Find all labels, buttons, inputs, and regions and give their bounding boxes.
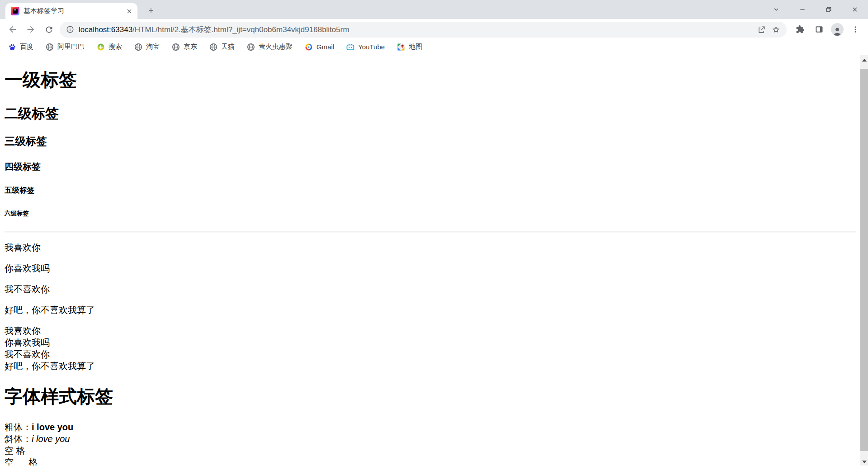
globe-icon <box>209 43 217 51</box>
heading-level-5: 五级标签 <box>5 185 856 195</box>
br-line: 好吧，你不喜欢我算了 <box>5 361 95 371</box>
bookmark-star-icon[interactable] <box>769 22 783 37</box>
font-style-section-title: 字体样式标签 <box>5 384 856 409</box>
url-text[interactable]: localhost:63343/HTML/html/2.基本标签.html?_i… <box>79 24 754 35</box>
bookmark-label: 淘宝 <box>146 43 160 51</box>
intellij-favicon-icon <box>11 7 19 15</box>
bookmarks-bar: 百度 阿里巴巴 搜索 淘宝 京东 天猫 萤火虫惠聚 <box>0 40 868 55</box>
scroll-down-arrow-icon[interactable] <box>860 458 868 466</box>
bookmark-label: 萤火虫惠聚 <box>259 43 292 51</box>
url-host: localhost:63343 <box>79 25 132 34</box>
bookmark-label: 京东 <box>184 43 197 51</box>
heading-level-6: 六级标签 <box>5 209 856 218</box>
bookmark-label: 百度 <box>20 43 33 51</box>
paragraph: 好吧，你不喜欢我算了 <box>5 304 856 316</box>
bookmark-label: 天猫 <box>221 43 235 51</box>
paragraph: 我不喜欢你 <box>5 283 856 295</box>
italic-text: i love you <box>32 434 70 444</box>
globe-icon <box>46 43 54 51</box>
bookmark-maps[interactable]: 地图 <box>395 41 424 52</box>
browser-toolbar: localhost:63343/HTML/html/2.基本标签.html?_i… <box>0 19 868 40</box>
heading-level-1: 一级标签 <box>5 67 856 92</box>
back-button[interactable] <box>4 20 22 38</box>
google-maps-icon <box>397 43 405 51</box>
bookmark-label: 地图 <box>409 43 422 51</box>
scrollbar-thumb[interactable] <box>860 69 868 451</box>
heading-level-3: 三级标签 <box>5 134 856 148</box>
scroll-up-arrow-icon[interactable] <box>860 56 868 64</box>
bookmark-tmall[interactable]: 天猫 <box>208 41 236 52</box>
extensions-puzzle-icon[interactable] <box>791 20 809 38</box>
br-line: 我喜欢你 <box>5 326 41 336</box>
bold-text: i love you <box>32 422 73 432</box>
web-page: 一级标签 二级标签 三级标签 四级标签 五级标签 六级标签 我喜欢你 你喜欢我吗… <box>0 55 860 466</box>
globe-icon <box>172 43 180 51</box>
bookmark-label: 阿里巴巴 <box>57 43 85 51</box>
close-window-button[interactable] <box>842 0 868 19</box>
globe-icon <box>247 43 255 51</box>
space-line-wide: 空 格 <box>5 457 38 466</box>
bookmark-label: 搜索 <box>108 43 122 51</box>
profile-avatar[interactable] <box>831 23 844 36</box>
bookmark-alibaba[interactable]: 阿里巴巴 <box>44 41 86 52</box>
google-circle-icon <box>305 43 313 51</box>
toolbar-right-actions <box>789 20 864 38</box>
blue-tv-icon <box>346 43 354 51</box>
bookmark-yinghuochong[interactable]: 萤火虫惠聚 <box>245 41 294 52</box>
site-info-icon[interactable] <box>66 25 74 33</box>
br-line: 你喜欢我吗 <box>5 338 50 347</box>
bookmark-taobao[interactable]: 淘宝 <box>132 41 161 52</box>
bookmark-gmail[interactable]: Gmail <box>303 42 336 52</box>
bookmark-label: Gmail <box>316 43 334 51</box>
paragraph: 你喜欢我吗 <box>5 262 856 274</box>
paragraph-with-line-breaks: 我喜欢你你喜欢我吗我不喜欢你好吧，你不喜欢我算了 <box>5 325 856 372</box>
window-controls <box>763 0 868 19</box>
restore-button[interactable] <box>816 0 842 19</box>
page-viewport: 一级标签 二级标签 三级标签 四级标签 五级标签 六级标签 我喜欢你 你喜欢我吗… <box>0 55 868 466</box>
heading-level-4: 四级标签 <box>5 161 856 173</box>
address-bar[interactable]: localhost:63343/HTML/html/2.基本标签.html?_i… <box>60 22 787 38</box>
bookmark-search[interactable]: 搜索 <box>95 41 124 52</box>
paragraph: 我喜欢你 <box>5 242 856 253</box>
bookmark-baidu[interactable]: 百度 <box>6 41 35 52</box>
share-icon[interactable] <box>754 22 769 37</box>
bookmark-jd[interactable]: 京东 <box>170 41 199 52</box>
italic-label: 斜体： <box>5 434 32 444</box>
forward-button[interactable] <box>22 20 40 38</box>
menu-kebab-icon[interactable] <box>846 20 864 38</box>
minimize-button[interactable] <box>789 0 816 19</box>
titlebar: 基本标签学习 <box>0 0 868 19</box>
browser-tab[interactable]: 基本标签学习 <box>5 3 137 19</box>
reload-button[interactable] <box>40 20 58 38</box>
vertical-scrollbar[interactable] <box>860 55 868 466</box>
bold-label: 粗体： <box>5 422 32 432</box>
baidu-paw-icon <box>8 43 16 51</box>
tab-search-chevron-icon[interactable] <box>763 0 789 19</box>
font-style-demo: 粗体：i love you斜体：i love you空 格空 格 <box>5 421 856 466</box>
side-panel-icon[interactable] <box>810 20 828 38</box>
bookmark-youtube[interactable]: YouTube <box>344 42 387 52</box>
globe-icon <box>134 43 142 51</box>
tab-close-icon[interactable] <box>126 8 133 15</box>
bookmark-label: YouTube <box>358 43 385 51</box>
green-yellow-search-icon <box>97 43 105 51</box>
space-line-narrow: 空 格 <box>5 446 25 456</box>
br-line: 我不喜欢你 <box>5 349 50 359</box>
tab-title: 基本标签学习 <box>24 7 122 15</box>
heading-level-2: 二级标签 <box>5 105 856 123</box>
horizontal-rule <box>5 232 856 233</box>
new-tab-button[interactable] <box>145 4 157 17</box>
url-path: /HTML/html/2.基本标签.html?_ijt=vqh0ob6m34vk… <box>132 25 349 34</box>
